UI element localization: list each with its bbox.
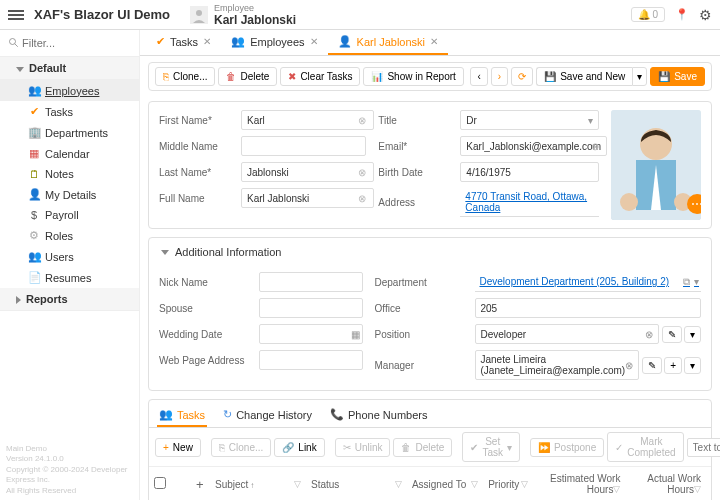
col-status[interactable]: Status▽ xyxy=(306,467,407,501)
col-assigned[interactable]: Assigned To▽ xyxy=(407,467,483,501)
filter-icon[interactable]: ▽ xyxy=(613,484,620,494)
title-input[interactable]: Dr▾ xyxy=(460,110,599,130)
menu-toggle-icon[interactable] xyxy=(8,8,24,22)
grid-link-button[interactable]: 🔗Link xyxy=(274,438,324,457)
open-icon[interactable]: ⧉ xyxy=(683,276,690,288)
sub-tab-change-history[interactable]: ↻Change History xyxy=(221,404,314,427)
sidebar-item-resumes[interactable]: 📄Resumes xyxy=(0,267,139,288)
tab-close-icon[interactable]: ✕ xyxy=(203,36,211,47)
full-name-label: Full Name xyxy=(159,193,241,204)
tab-close-icon[interactable]: ✕ xyxy=(430,36,438,47)
clear-icon[interactable]: ⊗ xyxy=(358,167,366,178)
clear-icon[interactable]: ⊗ xyxy=(625,360,633,371)
filter-icon[interactable]: ▽ xyxy=(395,479,402,489)
notification-badge[interactable]: 🔔 0 xyxy=(631,7,665,22)
col-est-hours[interactable]: Estimated Work Hours▽ xyxy=(533,467,630,501)
office-input[interactable]: 205 xyxy=(475,298,702,318)
sidebar-item-label: Resumes xyxy=(45,272,91,284)
sidebar-item-tasks[interactable]: ✔Tasks xyxy=(0,101,139,122)
middle-name-input[interactable] xyxy=(241,136,366,156)
nav-group-default[interactable]: Default xyxy=(0,57,139,80)
manager-lookup[interactable]: Janete Limeira (Janete_Limeira@example.c… xyxy=(475,350,640,380)
clear-icon[interactable]: ⊗ xyxy=(358,115,366,126)
grid-mark-completed-button[interactable]: ✓Mark Completed xyxy=(607,432,683,462)
tab-label: Karl Jablonski xyxy=(357,36,425,48)
save-and-new-dropdown[interactable]: ▾ xyxy=(632,67,647,86)
sub-tab-phone-numbers[interactable]: 📞Phone Numbers xyxy=(328,404,430,427)
clear-icon[interactable]: ⊗ xyxy=(645,329,653,340)
sidebar-item-calendar[interactable]: ▦Calendar xyxy=(0,143,139,164)
sidebar-item-roles[interactable]: ⚙Roles xyxy=(0,225,139,246)
save-button[interactable]: 💾 Save xyxy=(650,67,705,86)
additional-info-header[interactable]: Additional Information xyxy=(149,238,711,266)
calendar-icon[interactable]: ▦ xyxy=(351,329,360,340)
web-page-input[interactable] xyxy=(259,350,363,370)
grid-postpone-button[interactable]: ⏩Postpone xyxy=(530,438,604,457)
tab-tasks[interactable]: ✔Tasks✕ xyxy=(146,30,221,55)
new-row-icon[interactable]: + xyxy=(191,467,210,501)
save-and-new-button[interactable]: 💾Save and New xyxy=(536,67,632,86)
manager-edit-button[interactable]: ✎ xyxy=(642,357,662,374)
filter-icon[interactable]: ▽ xyxy=(521,479,528,489)
refresh-button[interactable]: ⟳ xyxy=(511,67,533,86)
settings-gear-icon[interactable]: ⚙ xyxy=(699,7,712,23)
position-dropdown[interactable]: ▾ xyxy=(684,326,701,343)
select-all-checkbox[interactable] xyxy=(154,477,166,489)
sidebar-item-departments[interactable]: 🏢Departments xyxy=(0,122,139,143)
position-lookup[interactable]: Developer⊗ xyxy=(475,324,660,344)
title-label: Title xyxy=(378,115,460,126)
pin-icon[interactable]: 📍 xyxy=(675,8,689,21)
prev-record-button[interactable]: ‹ xyxy=(470,67,487,86)
spouse-label: Spouse xyxy=(159,303,259,314)
clear-icon[interactable]: ⊗ xyxy=(591,141,599,152)
grid-unlink-button[interactable]: ✂Unlink xyxy=(335,438,391,457)
email-input[interactable]: Karl_Jablonski@example.com xyxy=(460,136,607,156)
last-name-input[interactable]: Jablonski xyxy=(241,162,374,182)
grid-search-input[interactable] xyxy=(687,438,720,457)
grid-clone-button[interactable]: ⎘Clone... xyxy=(211,438,271,457)
dropdown-icon[interactable]: ▾ xyxy=(588,115,593,126)
clear-icon[interactable]: ⊗ xyxy=(358,193,366,204)
tab-close-icon[interactable]: ✕ xyxy=(310,36,318,47)
nav-group-reports[interactable]: Reports xyxy=(0,288,139,311)
photo-actions-button[interactable]: ⋯ xyxy=(687,194,701,214)
first-name-input[interactable]: Karl xyxy=(241,110,374,130)
position-edit-button[interactable]: ✎ xyxy=(662,326,682,343)
nav-filter-input[interactable] xyxy=(6,34,133,52)
sidebar-item-payroll[interactable]: $Payroll xyxy=(0,205,139,225)
col-priority[interactable]: Priority▽ xyxy=(483,467,533,501)
sidebar-item-employees[interactable]: 👥Employees xyxy=(0,80,139,101)
filter-icon[interactable]: ▽ xyxy=(694,484,701,494)
tab-label: Employees xyxy=(250,36,304,48)
col-subject[interactable]: Subject↑▽ xyxy=(210,467,306,501)
manager-dropdown[interactable]: ▾ xyxy=(684,357,701,374)
tab-label: Tasks xyxy=(170,36,198,48)
nick-name-input[interactable] xyxy=(259,272,363,292)
grid-set-task-button[interactable]: ✔Set Task▾ xyxy=(462,432,520,462)
address-link[interactable]: 4770 Transit Road, Ottawa, Canada xyxy=(460,188,599,217)
grid-new-button[interactable]: +New xyxy=(155,438,201,457)
tab-karl[interactable]: 👤Karl Jablonski✕ xyxy=(328,30,448,55)
tab-employees[interactable]: 👥Employees✕ xyxy=(221,30,327,55)
sidebar-item-users[interactable]: 👥Users xyxy=(0,246,139,267)
filter-icon[interactable]: ▽ xyxy=(471,479,478,489)
col-act-hours[interactable]: Actual Work Hours▽ xyxy=(630,467,711,501)
wedding-date-input[interactable]: ▦ xyxy=(259,324,363,344)
manager-add-button[interactable]: + xyxy=(664,357,682,374)
dropdown-icon[interactable]: ▾ xyxy=(694,276,699,288)
clone-button[interactable]: ⎘Clone... xyxy=(155,67,215,86)
sidebar-item-notes[interactable]: 🗒Notes xyxy=(0,164,139,184)
full-name-input[interactable]: Karl Jablonski xyxy=(241,188,374,208)
department-lookup[interactable]: Development Department (205, Building 2)… xyxy=(475,272,702,292)
spouse-input[interactable] xyxy=(259,298,363,318)
birth-date-input[interactable]: 4/16/1975 xyxy=(460,162,599,182)
sub-tab-tasks[interactable]: 👥Tasks xyxy=(157,404,207,427)
grid-delete-button[interactable]: 🗑Delete xyxy=(393,438,452,457)
filter-icon[interactable]: ▽ xyxy=(294,479,301,489)
sidebar-item-my-details[interactable]: 👤My Details xyxy=(0,184,139,205)
show-in-report-button[interactable]: 📊Show in Report xyxy=(363,67,463,86)
sidebar-item-label: Users xyxy=(45,251,74,263)
delete-button[interactable]: 🗑Delete xyxy=(218,67,277,86)
clear-tasks-button[interactable]: ✖Clear Tasks xyxy=(280,67,360,86)
next-record-button[interactable]: › xyxy=(491,67,508,86)
